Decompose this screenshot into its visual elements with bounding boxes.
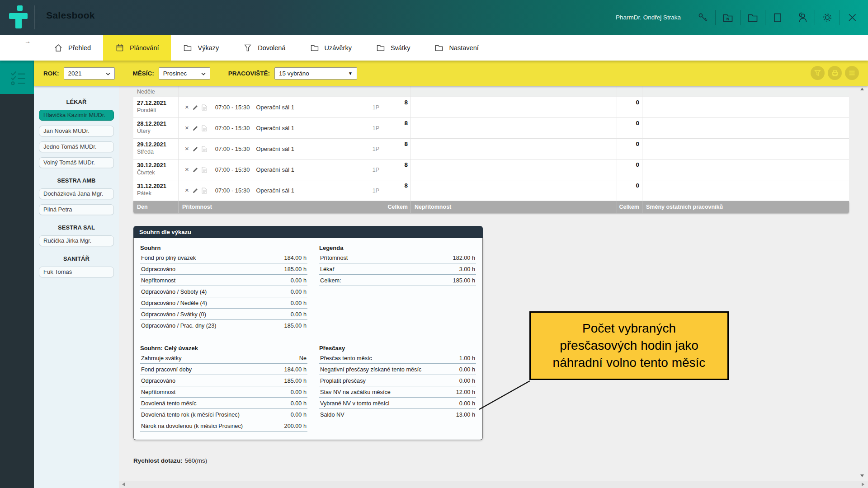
pracoviste-value: 15 vybráno [279, 70, 309, 77]
sidebar-item-pilna[interactable]: Pilná Petra [39, 204, 114, 215]
edit-icon[interactable] [193, 167, 198, 173]
horizontal-scrollbar[interactable] [119, 481, 868, 488]
note-icon[interactable] [202, 146, 207, 152]
rok-select[interactable]: 2021 [64, 67, 115, 80]
scroll-left-icon[interactable] [122, 483, 125, 486]
summary-value: 12.00 h [456, 389, 475, 395]
sidebar-item-rucicka[interactable]: Ručička Jirka Mgr. [39, 235, 114, 246]
absence-cell[interactable] [410, 139, 617, 159]
edit-icon[interactable] [193, 188, 198, 193]
svg-text:N: N [726, 16, 730, 21]
presence-cell[interactable]: × 07:00 - 15:30 Operační sál 1 1P [178, 180, 384, 201]
tab-nastaveni[interactable]: Nastavení [422, 35, 491, 61]
tab-prehled[interactable]: Přehled [42, 35, 103, 61]
chevron-down-icon [201, 70, 206, 77]
presence-cell[interactable]: × 07:00 - 15:30 Operační sál 1 1P [178, 160, 384, 180]
presence-cell[interactable]: × 07:00 - 15:30 Operační sál 1 1P [178, 97, 384, 117]
mesic-label: MĚSÍC: [133, 70, 154, 77]
summary-label: Zahrnuje svátky [141, 355, 182, 361]
other-shifts-cell [642, 118, 849, 138]
col-celkem: Celkem [384, 201, 410, 213]
back-arrow-icon[interactable]: → [24, 38, 31, 45]
absence-cell[interactable] [410, 180, 617, 201]
folder-n-icon[interactable]: N [722, 12, 733, 23]
shift-place: Operační sál 1 [256, 166, 294, 173]
user-icon[interactable] [797, 12, 808, 23]
table-footer-header: Den Přítomnost Celkem Nepřítomnost Celke… [133, 201, 849, 213]
edit-icon[interactable] [193, 126, 198, 131]
tab-planovani[interactable]: Plánování [103, 35, 171, 61]
summary-row: Proplatit přesčasy0.00 h [319, 375, 476, 386]
sidebar-item-volny[interactable]: Volný Tomáš MUDr. [39, 157, 114, 168]
filter-button[interactable] [811, 66, 825, 80]
close-icon[interactable] [847, 12, 858, 23]
note-icon[interactable] [202, 125, 207, 131]
annotation-connector-line [475, 379, 536, 413]
row-day: Úterý [137, 128, 175, 134]
summary-value: 200.00 h [284, 423, 307, 429]
pracoviste-select[interactable]: 15 vybráno ▼ [274, 67, 357, 80]
delete-icon[interactable]: × [185, 103, 189, 110]
presence-cell[interactable]: × 07:00 - 15:30 Operační sál 1 1P [178, 139, 384, 159]
tab-vykazy[interactable]: Výkazy [171, 35, 231, 61]
summary-value: 185.00 h [284, 323, 307, 329]
summary-row: Přesčas tento měsíc1.00 h [319, 352, 476, 364]
divider [840, 10, 840, 25]
summary-row: Stav NV na začátku měsíce12.00 h [319, 386, 476, 398]
summary-value: 0.00 h [459, 400, 475, 407]
menu-button[interactable] [845, 66, 859, 80]
summary-label: Odpracováno / Neděle (4) [141, 300, 207, 306]
summary-row: Dovolená tento měsíc0.00 h [140, 398, 307, 409]
note-icon[interactable] [202, 188, 207, 194]
shift-tag: 1P [373, 146, 379, 152]
divider [815, 10, 815, 25]
print-button[interactable] [828, 66, 842, 80]
edit-icon[interactable] [193, 146, 198, 152]
sidebar-item-novak[interactable]: Jan Novák MUDr. [39, 126, 114, 136]
absence-cell[interactable] [410, 97, 617, 117]
summary-value: 184.00 h [284, 366, 307, 373]
summary-row: Odpracováno / Svátky (0)0.00 h [140, 309, 307, 320]
gear-icon[interactable] [822, 12, 833, 23]
summary-label: Dovolená tento měsíc [141, 400, 197, 407]
tab-uzaverky[interactable]: Uzávěrky [298, 35, 364, 61]
mesic-select[interactable]: Prosinec [159, 67, 210, 80]
sidebar-item-dochazkova[interactable]: Docházková Jana Mgr. [39, 188, 114, 199]
delete-icon[interactable]: × [185, 124, 189, 131]
key-icon[interactable] [698, 12, 708, 23]
frame-icon[interactable] [772, 12, 783, 23]
scroll-down-icon[interactable] [860, 474, 864, 477]
present-total: 8 [384, 118, 410, 138]
row-date: 29.12.2021 [137, 141, 175, 148]
summary-value: 185.00 h [284, 266, 307, 272]
absence-cell[interactable] [410, 160, 617, 180]
annotation-line: přesčasových hodin jako [560, 337, 698, 354]
scroll-up-icon[interactable] [860, 88, 864, 90]
note-icon[interactable] [202, 167, 207, 173]
delete-icon[interactable]: × [185, 145, 189, 152]
tab-svatky[interactable]: Svátky [364, 35, 423, 61]
presence-cell[interactable]: × 07:00 - 15:30 Operační sál 1 1P [178, 118, 384, 138]
note-icon[interactable] [202, 104, 207, 111]
staff-list-toggle[interactable] [0, 61, 34, 94]
summary-row: Fond pro plný úvazek184.00 h [140, 252, 307, 263]
sidebar-item-jedno[interactable]: Jedno Tomáš MUDr. [39, 141, 114, 152]
col-smeny: Směny ostatních pracovníků [642, 201, 849, 213]
scroll-right-icon[interactable] [862, 483, 864, 486]
delete-icon[interactable]: × [185, 166, 189, 173]
summary-section-souhrn: Souhrn Fond pro plný úvazek184.00 h Odpr… [140, 240, 307, 331]
sidebar-item-hlavicka[interactable]: Hlavička Kazimír MUDr. [39, 110, 114, 121]
edit-icon[interactable] [193, 105, 198, 110]
summary-value: 0.00 h [291, 400, 307, 407]
sidebar-item-fuk[interactable]: Fuk Tomáš [39, 267, 114, 277]
row-date: 30.12.2021 [137, 162, 175, 169]
tab-label: Svátky [391, 44, 410, 52]
folder-icon[interactable] [747, 12, 758, 23]
summary-row: Fond pracovní doby184.00 h [140, 364, 307, 375]
divider [740, 10, 741, 25]
absence-cell[interactable] [410, 118, 617, 138]
delete-icon[interactable]: × [185, 187, 189, 193]
summary-label: Nepřítomnost [141, 277, 175, 284]
tab-dovolena[interactable]: Dovolená [231, 35, 297, 61]
shift-place: Operační sál 1 [256, 145, 294, 152]
